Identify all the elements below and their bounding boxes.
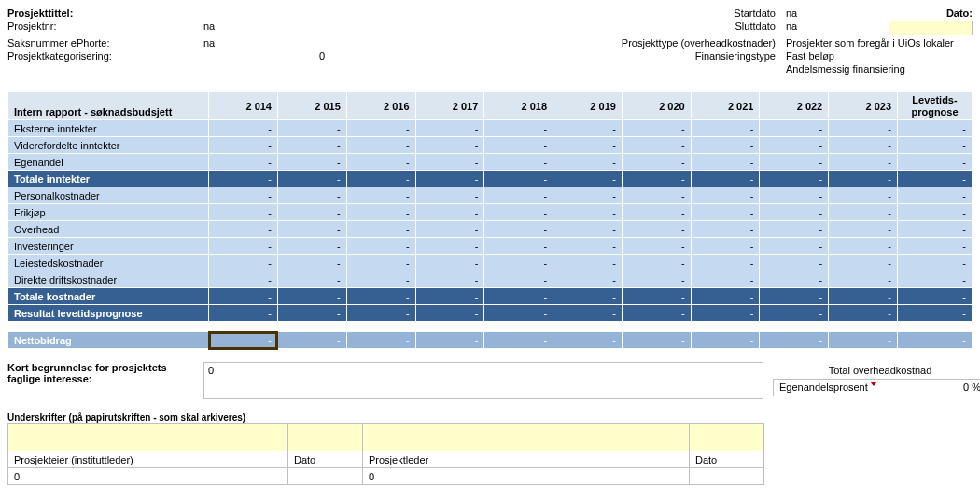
budget-cell[interactable]: - bbox=[829, 154, 898, 171]
budget-cell[interactable]: - bbox=[415, 288, 484, 305]
budget-cell[interactable]: - bbox=[346, 188, 415, 204]
budget-cell[interactable]: - bbox=[484, 137, 553, 154]
budget-cell[interactable]: - bbox=[484, 255, 553, 271]
budget-cell[interactable]: - bbox=[415, 255, 484, 271]
budget-cell[interactable]: - bbox=[415, 271, 484, 288]
budget-cell[interactable]: - bbox=[277, 171, 346, 188]
budget-cell[interactable]: - bbox=[760, 305, 829, 322]
budget-cell[interactable]: - bbox=[346, 204, 415, 221]
budget-cell[interactable]: - bbox=[622, 154, 691, 171]
budget-cell[interactable]: - bbox=[829, 171, 898, 188]
budget-cell[interactable]: - bbox=[277, 137, 346, 154]
nettobidrag-cell[interactable]: - bbox=[622, 332, 691, 349]
budget-cell[interactable]: - bbox=[898, 221, 973, 238]
budget-cell[interactable]: - bbox=[277, 305, 346, 322]
justification-input[interactable]: 0 bbox=[203, 362, 763, 399]
budget-cell[interactable]: - bbox=[209, 137, 278, 154]
budget-cell[interactable]: - bbox=[691, 238, 760, 255]
sign-owner-date[interactable] bbox=[288, 424, 363, 451]
budget-cell[interactable]: - bbox=[622, 171, 691, 188]
budget-cell[interactable]: - bbox=[553, 154, 623, 171]
budget-cell[interactable]: - bbox=[277, 188, 346, 204]
budget-cell[interactable]: - bbox=[553, 204, 623, 221]
budget-cell[interactable]: - bbox=[829, 255, 898, 271]
budget-cell[interactable]: - bbox=[898, 271, 973, 288]
budget-cell[interactable]: - bbox=[760, 204, 829, 221]
nettobidrag-cell[interactable]: - bbox=[760, 332, 829, 349]
budget-cell[interactable]: - bbox=[829, 288, 898, 305]
budget-cell[interactable]: - bbox=[760, 288, 829, 305]
budget-cell[interactable]: - bbox=[484, 271, 553, 288]
nettobidrag-cell[interactable]: - bbox=[346, 332, 415, 349]
budget-cell[interactable]: - bbox=[622, 271, 691, 288]
budget-cell[interactable]: - bbox=[553, 238, 623, 255]
budget-cell[interactable]: - bbox=[622, 137, 691, 154]
budget-cell[interactable]: - bbox=[209, 221, 278, 238]
budget-cell[interactable]: - bbox=[484, 204, 553, 221]
budget-cell[interactable]: - bbox=[553, 255, 623, 271]
budget-cell[interactable]: - bbox=[209, 238, 278, 255]
budget-cell[interactable]: - bbox=[829, 204, 898, 221]
budget-cell[interactable]: - bbox=[484, 154, 553, 171]
budget-cell[interactable]: - bbox=[346, 137, 415, 154]
budget-cell[interactable]: - bbox=[277, 120, 346, 137]
budget-cell[interactable]: - bbox=[553, 305, 623, 322]
nettobidrag-cell[interactable]: - bbox=[553, 332, 623, 349]
sign-owner-field[interactable] bbox=[8, 424, 288, 451]
budget-cell[interactable]: - bbox=[760, 154, 829, 171]
budget-cell[interactable]: - bbox=[898, 255, 973, 271]
budget-cell[interactable]: - bbox=[829, 271, 898, 288]
budget-cell[interactable]: - bbox=[622, 120, 691, 137]
budget-cell[interactable]: - bbox=[829, 188, 898, 204]
budget-cell[interactable]: - bbox=[760, 271, 829, 288]
budget-cell[interactable]: - bbox=[691, 188, 760, 204]
budget-cell[interactable]: - bbox=[622, 204, 691, 221]
budget-cell[interactable]: - bbox=[415, 204, 484, 221]
budget-cell[interactable]: - bbox=[415, 137, 484, 154]
budget-cell[interactable]: - bbox=[346, 271, 415, 288]
budget-cell[interactable]: - bbox=[209, 154, 278, 171]
budget-cell[interactable]: - bbox=[415, 221, 484, 238]
budget-cell[interactable]: - bbox=[553, 188, 623, 204]
budget-cell[interactable]: - bbox=[484, 221, 553, 238]
budget-cell[interactable]: - bbox=[898, 204, 973, 221]
nettobidrag-cell[interactable]: - bbox=[898, 332, 973, 349]
dato-input[interactable] bbox=[889, 21, 973, 35]
budget-cell[interactable]: - bbox=[277, 288, 346, 305]
budget-cell[interactable]: - bbox=[415, 238, 484, 255]
budget-cell[interactable]: - bbox=[898, 171, 973, 188]
budget-cell[interactable]: - bbox=[898, 137, 973, 154]
budget-cell[interactable]: - bbox=[691, 288, 760, 305]
budget-cell[interactable]: - bbox=[829, 305, 898, 322]
budget-cell[interactable]: - bbox=[829, 120, 898, 137]
budget-cell[interactable]: - bbox=[346, 171, 415, 188]
budget-cell[interactable]: - bbox=[346, 154, 415, 171]
nettobidrag-cell[interactable]: - bbox=[209, 332, 278, 349]
budget-cell[interactable]: - bbox=[829, 238, 898, 255]
budget-cell[interactable]: - bbox=[209, 171, 278, 188]
budget-cell[interactable]: - bbox=[277, 221, 346, 238]
budget-cell[interactable]: - bbox=[346, 305, 415, 322]
budget-cell[interactable]: - bbox=[209, 288, 278, 305]
budget-cell[interactable]: - bbox=[898, 188, 973, 204]
budget-cell[interactable]: - bbox=[898, 305, 973, 322]
budget-cell[interactable]: - bbox=[691, 255, 760, 271]
budget-cell[interactable]: - bbox=[760, 171, 829, 188]
budget-cell[interactable]: - bbox=[553, 271, 623, 288]
budget-cell[interactable]: - bbox=[346, 221, 415, 238]
budget-cell[interactable]: - bbox=[829, 221, 898, 238]
budget-cell[interactable]: - bbox=[760, 238, 829, 255]
budget-cell[interactable]: - bbox=[553, 137, 623, 154]
budget-cell[interactable]: - bbox=[209, 204, 278, 221]
budget-cell[interactable]: - bbox=[553, 221, 623, 238]
budget-cell[interactable]: - bbox=[415, 154, 484, 171]
budget-cell[interactable]: - bbox=[209, 255, 278, 271]
nettobidrag-cell[interactable]: - bbox=[415, 332, 484, 349]
budget-cell[interactable]: - bbox=[691, 120, 760, 137]
budget-cell[interactable]: - bbox=[553, 171, 623, 188]
budget-cell[interactable]: - bbox=[346, 238, 415, 255]
budget-cell[interactable]: - bbox=[691, 221, 760, 238]
budget-cell[interactable]: - bbox=[760, 137, 829, 154]
budget-cell[interactable]: - bbox=[622, 255, 691, 271]
budget-cell[interactable]: - bbox=[277, 238, 346, 255]
